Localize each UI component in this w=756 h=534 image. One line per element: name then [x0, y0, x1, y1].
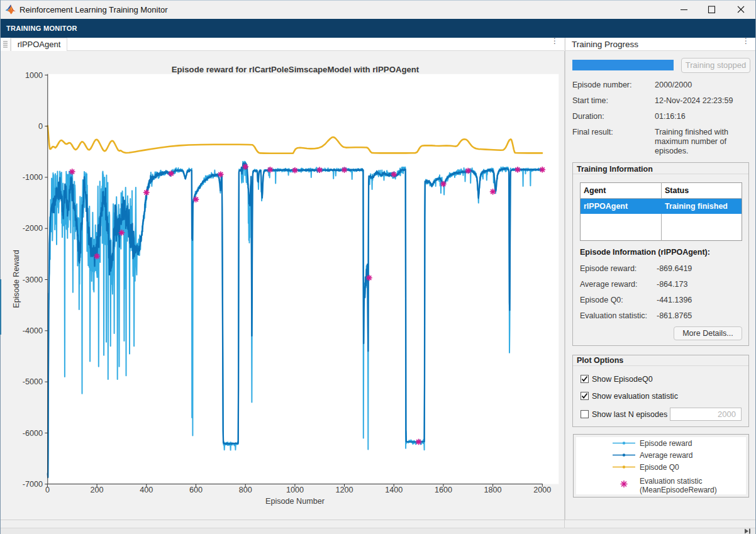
svg-text:Episode reward for rlCartPoleS: Episode reward for rlCartPoleSimscapeMod… [172, 65, 420, 74]
svg-text:-1000: -1000 [23, 173, 43, 182]
svg-text:-5000: -5000 [23, 377, 43, 386]
svg-text:1400: 1400 [385, 486, 403, 494]
svg-text:-2000: -2000 [23, 224, 43, 233]
svg-text:1000: 1000 [25, 71, 43, 80]
svg-text:(MeanEpisodeReward): (MeanEpisodeReward) [640, 486, 717, 494]
svg-text:Episode Number: Episode Number [265, 497, 325, 506]
svg-text:400: 400 [140, 486, 153, 494]
svg-text:Episode Q0: Episode Q0 [640, 463, 679, 472]
svg-text:1800: 1800 [484, 486, 502, 494]
svg-text:800: 800 [239, 486, 252, 494]
svg-text:Evaluation statistic: Evaluation statistic [640, 477, 702, 486]
svg-text:200: 200 [91, 486, 104, 494]
svg-text:1600: 1600 [435, 486, 452, 494]
svg-text:-3000: -3000 [23, 275, 43, 284]
svg-text:Episode Reward: Episode Reward [12, 250, 21, 308]
svg-text:Average reward: Average reward [640, 451, 693, 460]
svg-text:-4000: -4000 [23, 326, 43, 335]
svg-text:1000: 1000 [286, 486, 304, 494]
svg-text:1200: 1200 [335, 486, 353, 494]
svg-text:-7000: -7000 [23, 480, 43, 489]
svg-text:Episode reward: Episode reward [640, 439, 692, 448]
svg-text:2000: 2000 [533, 486, 551, 494]
svg-text:600: 600 [189, 486, 203, 494]
svg-text:-6000: -6000 [23, 429, 43, 438]
svg-text:0: 0 [45, 486, 50, 494]
svg-text:0: 0 [38, 122, 43, 131]
